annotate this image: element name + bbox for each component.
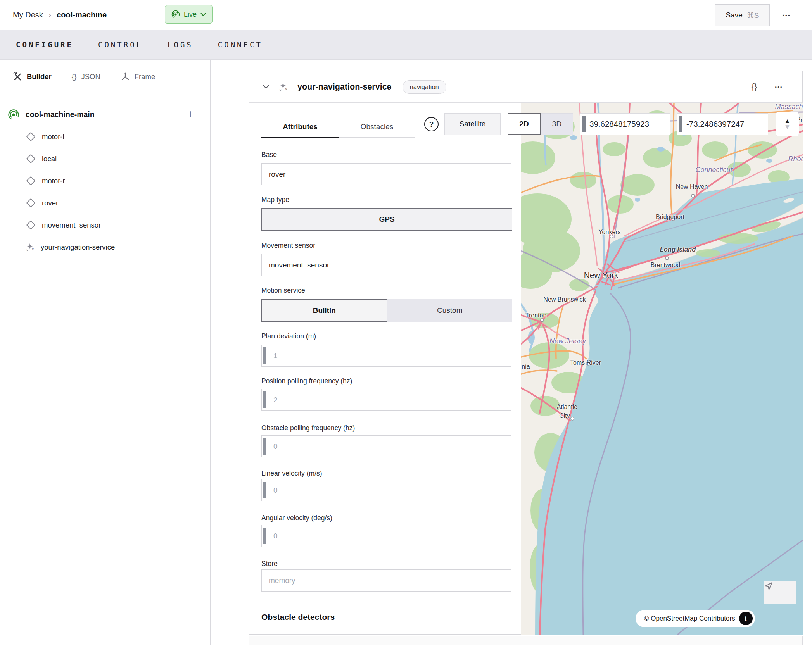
save-button[interactable]: Save ⌘S <box>715 4 770 26</box>
store-label: Store <box>261 560 278 568</box>
service-name: your-navigation-service <box>297 82 392 92</box>
tree-item-rover[interactable]: rover <box>0 192 210 214</box>
card-menu-button[interactable]: ●●● <box>772 84 785 90</box>
mode-json[interactable]: {} JSON <box>72 72 100 81</box>
tab-connect[interactable]: CONNECT <box>218 40 263 49</box>
component-tree: cool-machine-main + motor-l local motor-… <box>0 94 210 258</box>
mode-builder[interactable]: Builder <box>13 72 52 81</box>
map-attribution: © OpenStreetMap Contributors i <box>636 610 755 627</box>
svg-text:×: × <box>26 248 28 252</box>
motion-service-segmented: Builtin Custom <box>261 299 512 322</box>
braces-icon: {} <box>72 72 77 81</box>
machine-nav-tabs: CONFIGURE CONTROL LOGS CONNECT <box>0 30 812 60</box>
tab-attributes[interactable]: Attributes <box>261 116 339 138</box>
linear-velocity-field <box>261 479 511 501</box>
mode-frame[interactable]: Frame <box>121 72 155 81</box>
service-sparkle-icon: × × <box>25 242 35 252</box>
tools-icon <box>13 72 22 81</box>
help-button[interactable]: ? <box>424 117 439 131</box>
machine-part-icon <box>8 109 19 121</box>
store-input[interactable] <box>262 570 511 591</box>
navigate-arrow-icon <box>764 581 774 591</box>
drag-handle[interactable] <box>679 116 682 132</box>
position-polling-field <box>261 389 511 411</box>
store-field <box>261 569 511 592</box>
position-polling-input[interactable] <box>262 389 511 410</box>
satellite-toggle-button[interactable]: Satellite <box>444 113 501 135</box>
add-component-button[interactable]: + <box>185 108 196 120</box>
base-input[interactable] <box>262 164 511 185</box>
linear-velocity-input[interactable] <box>262 479 511 501</box>
step-down-icon[interactable]: ▼ <box>784 124 791 130</box>
plan-deviation-input[interactable] <box>262 345 511 366</box>
live-label: Live <box>184 10 197 19</box>
ellipsis-icon: ●●● <box>782 13 790 17</box>
service-sparkle-icon: × × <box>278 81 289 92</box>
component-icon <box>26 220 35 229</box>
map-type-gps-button[interactable]: GPS <box>261 208 512 231</box>
overflow-menu-button[interactable]: ●●● <box>776 9 796 22</box>
drag-handle[interactable] <box>263 528 266 544</box>
info-icon[interactable]: i <box>739 612 753 625</box>
next-card-peek[interactable] <box>249 636 803 645</box>
movement-sensor-input[interactable] <box>262 254 511 276</box>
obstacle-detectors-heading: Obstacle detectors <box>261 612 335 622</box>
top-bar: My Desk › cool-machine Live Save ⌘S ●●● <box>0 0 812 30</box>
navigation-service-card: × × your-navigation-service navigation {… <box>249 71 803 635</box>
tree-root-machine-part[interactable]: cool-machine-main + <box>0 103 210 126</box>
tree-root-label: cool-machine-main <box>26 110 95 119</box>
position-polling-label: Position polling frequency (hz) <box>261 377 352 385</box>
map-type-label: Map type <box>261 196 289 204</box>
tree-item-motor-l[interactable]: motor-l <box>0 126 210 148</box>
motion-builtin-option[interactable]: Builtin <box>261 299 387 322</box>
config-sidebar: Builder {} JSON Frame <box>0 60 211 645</box>
drag-handle[interactable] <box>263 391 266 408</box>
angular-velocity-label: Angular velocity (deg/s) <box>261 514 332 522</box>
zoom-stepper[interactable]: ▲ ▼ <box>776 112 799 136</box>
movement-sensor-field <box>261 254 511 276</box>
frame-axes-icon <box>121 72 130 81</box>
tab-configure[interactable]: CONFIGURE <box>16 40 73 49</box>
live-status-dropdown[interactable]: Live <box>165 5 213 24</box>
navigation-map[interactable]: Massachus Pro Rhod Connecticut New Haven… <box>521 103 803 635</box>
recenter-button[interactable] <box>764 581 796 604</box>
map-canvas <box>521 103 803 635</box>
tab-obstacles[interactable]: Obstacles <box>339 116 415 138</box>
angular-velocity-field <box>261 525 511 547</box>
view-mode-switcher: Builder {} JSON Frame <box>0 60 210 94</box>
map-2d-button[interactable]: 2D <box>508 113 541 135</box>
breadcrumb-root-link[interactable]: My Desk <box>13 10 43 19</box>
json-view-icon[interactable]: {} <box>752 82 757 92</box>
longitude-input[interactable] <box>686 114 765 135</box>
tab-logs[interactable]: LOGS <box>168 40 193 49</box>
chevron-down-icon <box>200 13 206 16</box>
obstacle-polling-input[interactable] <box>262 436 511 457</box>
map-3d-button[interactable]: 3D <box>541 113 573 135</box>
breadcrumb-machine-name: cool-machine <box>57 10 107 19</box>
component-icon <box>26 198 35 207</box>
svg-text:×: × <box>285 87 287 91</box>
tree-item-navigation-service[interactable]: × × your-navigation-service <box>0 236 210 258</box>
svg-text:×: × <box>279 88 282 92</box>
card-header: × × your-navigation-service navigation {… <box>249 71 802 103</box>
breadcrumb: My Desk › cool-machine <box>13 0 107 30</box>
tree-item-motor-r[interactable]: motor-r <box>0 170 210 192</box>
tree-item-movement-sensor[interactable]: movement_sensor <box>0 214 210 236</box>
plan-deviation-label: Plan deviation (m) <box>261 332 316 340</box>
collapse-chevron-icon[interactable] <box>263 85 270 89</box>
service-type-badge: navigation <box>403 80 446 94</box>
drag-handle[interactable] <box>582 116 586 132</box>
tree-item-local[interactable]: local <box>0 148 210 170</box>
tab-control[interactable]: CONTROL <box>98 40 143 49</box>
card-header-actions: {} ●●● <box>752 82 785 92</box>
panel-divider <box>228 60 228 645</box>
base-field <box>261 163 511 185</box>
drag-handle[interactable] <box>263 438 266 455</box>
motion-custom-option[interactable]: Custom <box>387 299 513 322</box>
obstacle-polling-field <box>261 435 511 457</box>
drag-handle[interactable] <box>263 347 266 364</box>
linear-velocity-label: Linear velocity (m/s) <box>261 469 322 478</box>
drag-handle[interactable] <box>263 482 266 498</box>
latitude-input[interactable] <box>589 114 667 135</box>
angular-velocity-input[interactable] <box>262 525 511 547</box>
